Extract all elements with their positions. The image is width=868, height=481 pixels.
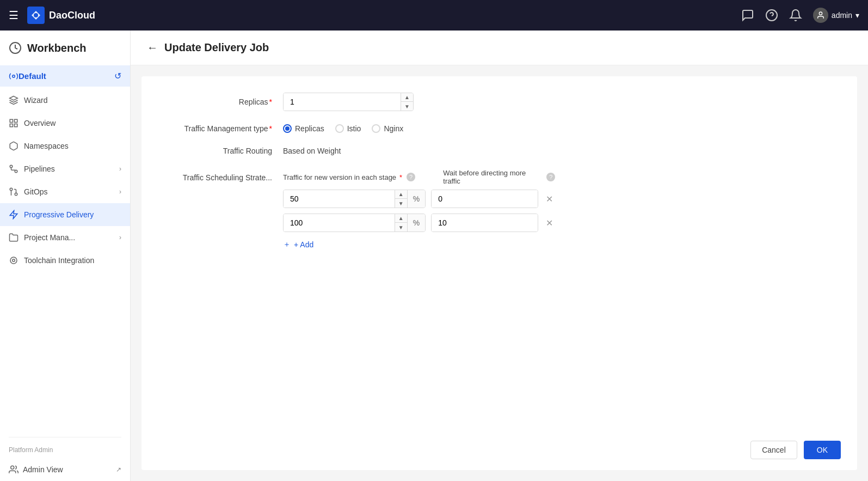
sidebar-item-pipelines[interactable]: Pipelines ›: [0, 157, 130, 180]
page-header: ← Update Delivery Job: [131, 31, 868, 65]
replicas-decrement-button[interactable]: ▼: [401, 102, 413, 111]
progressive-delivery-icon: [9, 210, 19, 220]
admin-view-label: Admin View: [23, 465, 112, 474]
bell-icon[interactable]: [789, 9, 802, 22]
daocloud-logo-icon: [27, 7, 45, 24]
back-button[interactable]: ←: [147, 41, 158, 54]
add-icon: ＋: [283, 240, 291, 249]
hamburger-icon[interactable]: ☰: [9, 9, 19, 22]
sidebar-item-namespaces[interactable]: Namespaces: [0, 135, 130, 157]
radio-nginx-circle: [372, 124, 380, 133]
logo: DaoCloud: [27, 7, 741, 24]
remove-row-1-button[interactable]: ✕: [544, 192, 555, 206]
user-chevron-icon: ▾: [855, 11, 859, 20]
svg-rect-8: [10, 124, 13, 127]
ok-button[interactable]: OK: [804, 441, 841, 459]
cancel-button[interactable]: Cancel: [750, 441, 797, 459]
sidebar-item-toolchain[interactable]: Toolchain Integration: [0, 249, 130, 272]
toolchain-icon: [9, 255, 19, 265]
namespaces-icon: [9, 141, 19, 151]
sidebar-item-admin-view[interactable]: Admin View ↗: [0, 458, 130, 481]
top-navigation: ☰ DaoCloud admin ▾: [0, 0, 868, 31]
traffic-input-1[interactable]: [284, 190, 395, 208]
svg-point-3: [819, 12, 822, 15]
wait-input-1[interactable]: [432, 190, 538, 208]
replicas-label: Replicas*: [163, 98, 283, 106]
svg-point-12: [15, 193, 17, 196]
svg-rect-7: [15, 119, 17, 122]
radio-istio[interactable]: Istio: [335, 124, 361, 133]
sidebar-item-overview[interactable]: Overview: [0, 112, 130, 135]
sidebar-item-wizard[interactable]: Wizard: [0, 89, 130, 112]
traffic-scheduling-row: Traffic Scheduling Strate... Traffic for…: [163, 169, 835, 252]
sidebar-item-gitops[interactable]: GitOps ›: [0, 180, 130, 203]
traffic-increment-2[interactable]: ▲: [395, 214, 407, 223]
gitops-chevron-icon: ›: [119, 188, 121, 196]
replicas-input[interactable]: [284, 93, 401, 111]
traffic-input-wrapper-2: ▲ ▼ %: [283, 214, 426, 232]
radio-replicas[interactable]: Replicas: [283, 124, 324, 133]
admin-view-icon: [9, 465, 19, 474]
traffic-routing-row: Traffic Routing Based on Weight: [163, 146, 835, 156]
radio-nginx-label: Nginx: [384, 124, 403, 133]
svg-point-13: [10, 188, 13, 191]
traffic-management-required-star: *: [269, 124, 272, 133]
traffic-col-help-icon[interactable]: ?: [407, 173, 415, 181]
refresh-icon[interactable]: ↺: [114, 71, 121, 81]
sidebar-item-progressive-delivery[interactable]: Progressive Delivery: [0, 203, 130, 226]
logo-text: DaoCloud: [49, 10, 95, 21]
svg-point-10: [10, 165, 13, 168]
gitops-icon: [9, 187, 19, 197]
traffic-scheduling-content: Traffic for new version in each stage * …: [283, 169, 555, 252]
radio-istio-circle: [335, 124, 344, 133]
wait-col-help-icon[interactable]: ?: [546, 173, 555, 181]
col-header-traffic: Traffic for new version in each stage * …: [283, 173, 432, 181]
traffic-decrement-2[interactable]: ▼: [395, 223, 407, 232]
traffic-management-radio-group: Replicas Istio Nginx: [283, 124, 555, 133]
progressive-delivery-label: Progressive Delivery: [24, 210, 121, 219]
pipelines-label: Pipelines: [24, 165, 114, 173]
topnav-right: admin ▾: [741, 8, 859, 23]
svg-point-1: [34, 13, 38, 17]
radio-replicas-circle: [283, 124, 292, 133]
radio-replicas-label: Replicas: [295, 124, 324, 133]
replicas-spinners: ▲ ▼: [401, 93, 413, 111]
external-link-icon: ↗: [116, 466, 121, 473]
help-icon[interactable]: [765, 9, 778, 22]
wait-input-wrapper-2: ▲ ▼ minute: [431, 214, 538, 232]
traffic-input-2[interactable]: [284, 214, 395, 232]
add-row-button[interactable]: ＋ + Add: [283, 238, 313, 252]
traffic-routing-value: Based on Weight: [283, 146, 555, 156]
sidebar-item-default[interactable]: Default ↺: [0, 65, 130, 87]
sidebar-workbench: Workbench: [0, 31, 130, 63]
radio-nginx[interactable]: Nginx: [372, 124, 403, 133]
traffic-spinners-1: ▲ ▼: [395, 190, 407, 208]
svg-rect-6: [10, 119, 13, 122]
gitops-label: GitOps: [24, 187, 114, 196]
sidebar: Workbench Default ↺ Wizard Overview: [0, 31, 131, 481]
wizard-label: Wizard: [24, 96, 121, 105]
message-icon[interactable]: [741, 9, 754, 22]
traffic-routing-label: Traffic Routing: [163, 147, 283, 155]
scheduling-row-1: ▲ ▼ % ▲ ▼: [283, 190, 555, 208]
svg-point-15: [13, 259, 15, 262]
traffic-decrement-1[interactable]: ▼: [395, 199, 407, 208]
remove-row-2-button[interactable]: ✕: [544, 216, 555, 230]
overview-icon: [9, 118, 19, 128]
user-menu[interactable]: admin ▾: [813, 8, 859, 23]
svg-point-5: [13, 75, 15, 77]
project-manage-icon: [9, 233, 19, 242]
platform-admin-label: Platform Admin: [0, 442, 130, 458]
scheduling-row-2: ▲ ▼ % ▲ ▼: [283, 214, 555, 232]
pipelines-chevron-icon: ›: [119, 165, 121, 173]
sidebar-item-project-manage[interactable]: Project Mana... ›: [0, 226, 130, 249]
toolchain-label: Toolchain Integration: [24, 256, 121, 265]
replicas-increment-button[interactable]: ▲: [401, 93, 413, 102]
content-area: ← Update Delivery Job Replicas* ▲ ▼: [131, 31, 868, 481]
traffic-spinners-2: ▲ ▼: [395, 214, 407, 232]
wait-input-wrapper-1: ▲ ▼ minute: [431, 190, 538, 208]
traffic-increment-1[interactable]: ▲: [395, 190, 407, 199]
wait-input-2[interactable]: [432, 214, 538, 232]
page-title: Update Delivery Job: [164, 41, 269, 54]
svg-rect-9: [15, 124, 17, 127]
